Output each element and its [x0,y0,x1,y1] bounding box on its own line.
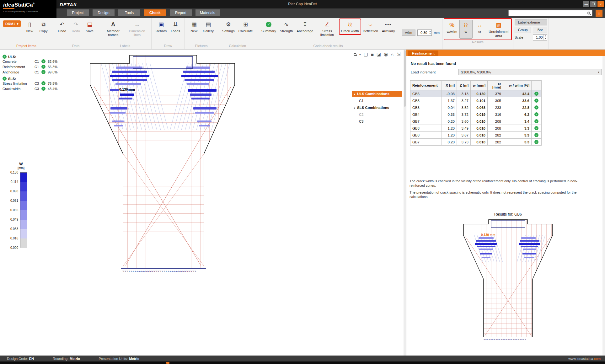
table-row[interactable]: GB51.373.270.10130533.6✓ [410,97,542,104]
tree-item-c3[interactable]: C3 [352,119,402,124]
tab-check[interactable]: Check [144,9,166,16]
visibility-icon[interactable]: ◉ [384,51,388,57]
fit-view-icon[interactable]: ⇲ [396,51,400,57]
loads-button[interactable]: ⇊ Loads [169,19,182,34]
group-draw: ▣ Rebars ⇊ Loads Draw [152,18,185,49]
rebars-button[interactable]: ▣ Rebars [154,19,168,34]
deflection-button[interactable]: ⌣ Deflection [361,19,380,34]
table-row[interactable]: GB81.203.490.0102083.3✓ [410,125,542,132]
tab-project[interactable]: Project [67,9,89,16]
zoom-dropdown-chevron-icon[interactable]: ▾ [359,53,361,56]
label-extreme-group-button[interactable]: Group [515,27,531,33]
units-value: Metric [129,357,139,361]
table-row[interactable]: GB40.333.720.0193166.2✓ [410,111,542,118]
sls-title: SLS: [8,77,16,81]
auxiliary-dots-icon: ••• [385,20,392,29]
title-bar: Pier Cap.ideaDet — ❐ × [0,0,605,8]
w-button[interactable]: ≀≀ w [459,20,473,39]
reinforcement-results-table: ReinforcementX [m]Z [m]w [mm]sr [mm]w / … [410,80,542,146]
calculate-button[interactable]: ⊞ Calculate [237,19,254,34]
logo-statica-text: StatiCa [14,2,33,8]
tab-report[interactable]: Report [170,9,192,16]
search-input[interactable] [509,11,587,15]
view-toolbar: ▾ ▢ ■ ◪ ◉ ⌂ ⇲ [354,51,400,57]
zoom-icon[interactable] [354,53,356,56]
table-row[interactable]: GB70.203.600.0102083.4✓ [410,118,542,125]
gallery-button[interactable]: ▤ Gallery [201,19,215,34]
website-link[interactable]: www.ideastatica.com [568,357,601,361]
design-code-value: EN [29,357,34,361]
table-row[interactable]: GB81.203.670.0102823.3✓ [410,132,542,139]
minimize-button[interactable]: — [583,1,589,7]
spin-up-icon[interactable]: ▲ [544,35,547,37]
group-calculation: ⚙ Settings ⊞ Calculate Calculation [218,18,257,49]
note-1: The crack width is checked in the vicini… [410,179,587,188]
restore-button[interactable]: ❐ [590,1,597,7]
drm-selector[interactable]: DRM1 ▾ [3,20,21,27]
tree-item-uls-combinations[interactable]: ▲ULS Combinations [352,91,402,97]
unreinforced-area-button[interactable]: ▨ Unreinforced area [487,20,510,39]
wlim-unit: mm [434,31,439,35]
tree-item-c2[interactable]: C2 [352,112,402,117]
product-name: DETAIL [60,2,78,7]
load-increment-label: Load increment [411,70,436,74]
close-button[interactable]: × [597,1,604,7]
home-view-icon[interactable]: ⌂ [391,52,394,57]
sr-icon: ↔ [477,21,483,29]
auxiliary-button[interactable]: ••• Auxiliary [380,19,397,34]
sr-button[interactable]: ↔ sr [473,20,486,39]
scale-title: W [9,162,33,166]
spin-down-icon[interactable]: ▼ [544,37,547,40]
member-names-icon: A [111,20,115,29]
tab-reinforcement[interactable]: Reinforcement [408,51,438,56]
stress-limitation-button[interactable]: ∠ Stress limitation [316,19,339,38]
redo-button[interactable]: ↷ Redo [69,19,83,34]
wlim-spinner[interactable]: 0.30 ▲ ▼ [417,29,432,36]
tab-materials[interactable]: Materials [195,9,220,16]
tree-item-sls-combinations[interactable]: ▲SLS Combinations [352,105,402,110]
section-view-icon[interactable]: ◪ [377,51,381,57]
shaded-view-icon[interactable]: ■ [371,52,374,57]
wireframe-view-icon[interactable]: ▢ [364,51,368,57]
crack-width-button[interactable]: ≀≀ Crack width [340,19,361,34]
dimension-lines-icon: ↔ [134,20,140,29]
member-names-button[interactable]: A Member names [102,19,125,38]
summary-button[interactable]: ✓ Summary [260,19,278,34]
deflection-icon: ⌣ [369,20,372,29]
model-view[interactable]: »»»»»»»»»»»»»»»»»»»»»»»»»»»»»»»»»»»» 0.1… [0,50,404,356]
result-detail-view[interactable]: »»»»»»»»»»»»»»»»»»»»»»»»» 0.130 mm [461,218,555,347]
tab-design[interactable]: Design [93,9,115,16]
pier-cap-thumbnail: »»»»»»»»»»»»»»»»»»»»»»»»» 0.130 mm [461,218,555,346]
window-title: Pier Cap.ideaDet [0,2,605,6]
w-wlim-button[interactable]: % w/wlim [445,20,459,39]
undo-button[interactable]: ↶ Undo [56,19,69,34]
new-project-item-button[interactable]: ▯ New [23,19,36,34]
group-data: ↶ Undo ↷ Redo ⬓ Save Data [53,18,99,49]
spin-down-icon[interactable]: ▼ [428,33,431,35]
panel-scrollbar[interactable] [602,56,605,356]
strength-button[interactable]: ∿ Strength [278,19,295,34]
table-row[interactable]: GB70.203.730.0102823.3✓ [410,139,542,146]
logo-idea-text: idea [3,2,14,9]
table-row[interactable]: GB6-0.033.130.13037943.4✓ [410,90,542,97]
load-increment-dropdown[interactable]: G100.0%, V100.0% ▾ [458,69,602,75]
canvas-scrollbar[interactable] [404,50,406,356]
w-wlim-icon: % [449,21,454,29]
logo-tagline: Calculate yesterday's estimates [3,10,53,13]
scale-spinner[interactable]: 1.00 ▲ ▼ [533,34,547,40]
dimension-lines-button[interactable]: ↔ Dimension lines [126,19,149,38]
spin-up-icon[interactable]: ▲ [428,30,431,33]
group-pictures: ▦ New ▤ Gallery Pictures [185,18,218,49]
info-button[interactable]: i [596,10,602,17]
table-row[interactable]: GB30.043.520.06823322.8✓ [410,104,542,111]
save-button[interactable]: ⬓ Save [83,19,96,34]
close-icon: × [600,2,602,6]
settings-button[interactable]: ⚙ Settings [221,19,236,34]
new-picture-button[interactable]: ▦ New [187,19,201,34]
tab-tools[interactable]: Tools [118,9,140,16]
copy-button[interactable]: ⧉ Copy [37,19,50,34]
check-summary-row: Stress limitationC3✓76.8% [3,81,62,86]
label-extreme-bar-button[interactable]: Bar [533,27,547,33]
anchorage-button[interactable]: ↧ Anchorage [295,19,315,34]
tree-item-c1[interactable]: C1 [352,98,402,104]
